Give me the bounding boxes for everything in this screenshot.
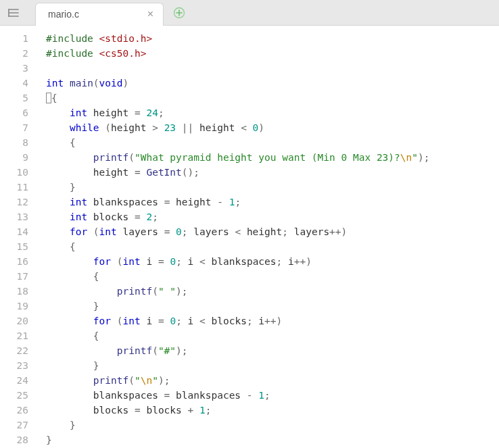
token-pun: ; (152, 211, 158, 222)
token-fn: GetInt (146, 167, 181, 178)
token-id: blankspaces (87, 197, 164, 207)
code-line[interactable]: while (height > 23 || height < 0) (46, 120, 429, 135)
token-op: - (247, 390, 253, 401)
code-line[interactable]: } (46, 358, 429, 373)
code-editor[interactable]: 1234567891011121314151617181920212223242… (0, 26, 499, 448)
token-id (46, 330, 93, 341)
token-pun: ; (176, 316, 182, 326)
token-pun: ); (158, 375, 170, 386)
token-id (247, 122, 253, 133)
code-line[interactable]: int height = 24; (46, 105, 429, 120)
code-line[interactable]: height = GetInt(); (46, 165, 429, 180)
token-num: 0 (170, 256, 176, 267)
token-id: height (87, 107, 135, 118)
code-line[interactable]: printf(" "); (46, 284, 429, 299)
line-number: 11 (0, 180, 28, 195)
code-line[interactable]: { (46, 269, 429, 284)
token-id (223, 197, 229, 207)
token-id: i (141, 316, 158, 326)
token-pun: } (93, 360, 99, 371)
code-line[interactable]: int blankspaces = height - 1; (46, 195, 429, 209)
code-line[interactable]: #include <stdio.h> (46, 31, 429, 46)
code-line[interactable]: blocks = blocks + 1; (46, 403, 429, 418)
line-number: 24 (0, 373, 28, 388)
token-pun: { (93, 271, 99, 282)
code-line[interactable]: { (46, 91, 429, 105)
token-id (46, 152, 93, 163)
code-line[interactable]: printf("What pyramid height you want (Mi… (46, 150, 429, 165)
code-line[interactable]: } (46, 418, 429, 432)
token-id: blocks (141, 405, 188, 416)
line-number: 17 (0, 269, 28, 284)
code-area[interactable]: #include <stdio.h>#include <cs50.h>int m… (38, 26, 429, 448)
code-line[interactable]: { (46, 135, 429, 150)
token-kw: int (123, 316, 141, 326)
token-id (253, 390, 259, 401)
code-line[interactable]: for (int i = 0; i < blankspaces; i++) (46, 254, 429, 269)
token-id (46, 420, 70, 430)
token-fn: printf (117, 345, 152, 356)
line-number: 9 (0, 150, 28, 165)
token-id: height (111, 122, 152, 133)
token-op: + (188, 405, 194, 416)
token-op: = (135, 405, 141, 416)
code-line[interactable]: { (46, 328, 429, 343)
code-line[interactable]: for (int i = 0; i < blocks; i++) (46, 314, 429, 328)
code-line[interactable]: printf("\n"); (46, 373, 429, 388)
line-number: 5 (0, 91, 28, 105)
menu-icon[interactable] (5, 5, 22, 21)
token-id: height (170, 197, 217, 207)
token-op: < (235, 226, 241, 237)
code-line[interactable] (46, 61, 429, 76)
line-number: 20 (0, 314, 28, 328)
code-line[interactable]: int blocks = 2; (46, 209, 429, 224)
code-line[interactable]: } (46, 432, 429, 447)
close-icon[interactable]: × (145, 8, 156, 20)
token-str: " (135, 375, 141, 386)
token-esc: \n (400, 152, 412, 163)
token-pun: ; (277, 256, 283, 267)
code-line[interactable]: } (46, 180, 429, 195)
token-id (46, 271, 93, 282)
token-num: 1 (258, 390, 264, 401)
token-op: = (135, 167, 141, 178)
token-id: blankspaces (46, 390, 164, 401)
code-line[interactable]: printf("#"); (46, 343, 429, 358)
line-number: 13 (0, 209, 28, 224)
token-id: i (141, 256, 158, 267)
code-line[interactable]: blankspaces = blankspaces - 1; (46, 388, 429, 403)
line-number: 4 (0, 76, 28, 91)
code-line[interactable]: } (46, 299, 429, 314)
code-line[interactable]: #include <cs50.h> (46, 46, 429, 61)
code-line[interactable]: int main(void) (46, 76, 429, 91)
token-kw: void (99, 78, 123, 89)
token-kw: int (70, 197, 87, 207)
token-id: layers (117, 226, 164, 237)
add-tab-button[interactable] (173, 7, 185, 19)
token-id: layers (188, 226, 235, 237)
token-id: i (282, 256, 293, 267)
code-line[interactable]: for (int layers = 0; layers < height; la… (46, 224, 429, 239)
token-pun: ) (277, 316, 283, 326)
token-id (46, 107, 70, 118)
token-id (46, 301, 93, 312)
token-pun: { (70, 137, 76, 148)
token-kw: int (123, 256, 141, 267)
token-id: height (46, 167, 135, 178)
token-pun: { (70, 241, 76, 252)
token-pun: ( (93, 226, 99, 237)
code-line[interactable]: { (46, 239, 429, 254)
line-number: 7 (0, 120, 28, 135)
token-id (111, 256, 117, 267)
token-op: ++ (264, 316, 276, 326)
token-num: 1 (199, 405, 206, 416)
line-number: 8 (0, 135, 28, 150)
token-op: < (199, 316, 206, 326)
tab-active[interactable]: mario.c × (35, 3, 164, 26)
token-pun: ( (117, 256, 123, 267)
line-number: 10 (0, 165, 28, 180)
token-pun: ; (282, 226, 288, 237)
token-id (46, 375, 93, 386)
token-op: = (135, 211, 141, 222)
token-id (158, 122, 164, 133)
